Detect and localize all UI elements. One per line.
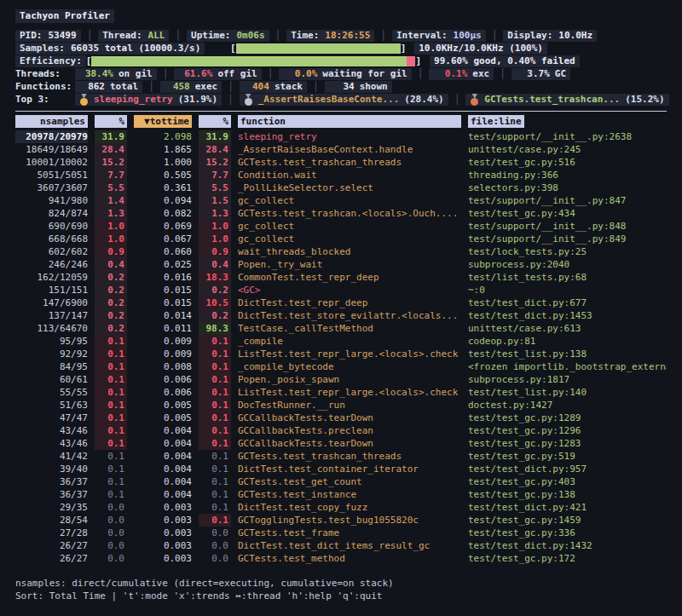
- cell-tottime: 0.005: [134, 412, 192, 424]
- threads-row: Threads:38.4%on gil│61.6%off gil│0.0%wai…: [15, 67, 667, 80]
- cell-nsamples: 668/668: [15, 233, 88, 245]
- samples-gauge: [236, 43, 401, 54]
- cell-cumulative-percent: 0.1: [199, 514, 231, 527]
- efficiency-label: Efficiency:: [15, 55, 86, 67]
- cell-file-line: test/test_gc.py:519: [468, 450, 667, 463]
- top3-share: (28.4%): [404, 93, 443, 106]
- cell-function: sleeping_retry: [238, 130, 461, 143]
- column-header-function[interactable]: function: [238, 115, 461, 128]
- table-row[interactable]: 151/1510.20.0150.2<GC>~:0: [15, 284, 667, 296]
- table-row[interactable]: 147/69000.20.01510.5DictTest.test_repr_d…: [15, 296, 667, 309]
- table-row[interactable]: 3607/36075.50.3615.5_PollLikeSelector.se…: [15, 181, 667, 194]
- functions-row: Functions:862total│458exec│404stack│34sh…: [15, 80, 667, 93]
- column-header-col[interactable]: %: [199, 115, 231, 128]
- table-row[interactable]: 824/8741.30.0821.3GCTests.test_trashcan.…: [15, 207, 667, 220]
- cell-nsamples: 92/92: [15, 348, 88, 360]
- cell-direct-percent: 0.1: [95, 386, 127, 399]
- samples-gauge-bracket-open: [: [230, 42, 236, 55]
- functions-label: Functions:: [15, 80, 75, 93]
- table-row[interactable]: 602/6020.90.0600.9wait_threads_blockedte…: [15, 245, 667, 258]
- table-row[interactable]: 95/950.10.0090.1_compilecodeop.py:81: [15, 335, 667, 348]
- cell-file-line: doctest.py:1427: [468, 399, 667, 412]
- separator-bar: │: [500, 67, 506, 80]
- cell-direct-percent: 0.1: [95, 488, 127, 501]
- table-row[interactable]: 43/460.10.0040.1GCCallbackTests.preclean…: [15, 424, 667, 437]
- table-row[interactable]: 162/120590.20.01618.3CommonTest.test_rep…: [15, 271, 667, 284]
- cell-cumulative-percent: 0.1: [199, 412, 231, 424]
- cell-cumulative-percent: 0.1: [199, 450, 231, 463]
- table-row[interactable]: 246/2460.40.0250.4Popen._try_waitsubproc…: [15, 258, 667, 271]
- table-body: 20978/2097931.92.09831.9sleeping_retryte…: [15, 130, 667, 565]
- table-row[interactable]: 47/470.10.0050.1GCCallbackTests.tearDown…: [15, 412, 667, 424]
- separator-bar: │: [268, 67, 274, 80]
- table-row[interactable]: 668/6681.00.0671.0gc_collecttest/support…: [15, 233, 667, 245]
- table-row[interactable]: 137/1470.20.0140.2DictTest.test_store_ev…: [15, 309, 667, 322]
- cell-nsamples: 690/690: [15, 220, 88, 233]
- table-row[interactable]: 55/550.10.0060.1ListTest.test_repr_large…: [15, 386, 667, 399]
- column-header-nsamples[interactable]: nsamples: [15, 115, 88, 128]
- table-row[interactable]: 28/540.00.0030.1GCTogglingTests.test_bug…: [15, 514, 667, 527]
- status-uptime: Uptime:0m06s: [187, 30, 269, 42]
- cell-nsamples: 246/246: [15, 258, 88, 271]
- table-row[interactable]: 941/9801.40.0941.5gc_collecttest/support…: [15, 194, 667, 207]
- status-label: Interval:: [396, 29, 448, 42]
- table-row[interactable]: 10001/1000215.21.00015.2GCTests.test_tra…: [15, 156, 667, 169]
- cell-tottime: 0.069: [134, 220, 192, 233]
- table-row[interactable]: 20978/2097931.92.09831.9sleeping_retryte…: [15, 130, 667, 143]
- cell-nsamples: 39/40: [15, 463, 88, 475]
- table-row[interactable]: 26/270.00.0030.0DictTest.test_dict_items…: [15, 539, 667, 552]
- column-header-file-line[interactable]: file:line: [468, 115, 667, 128]
- table-row[interactable]: 690/6901.00.0691.0gc_collecttest/support…: [15, 220, 667, 233]
- separator-bar: │: [313, 80, 319, 93]
- separator-bar: │: [148, 80, 154, 93]
- cell-file-line: test/test_gc.py:1459: [468, 514, 667, 527]
- table-row[interactable]: 113/646700.20.01198.3TestCase._callTestM…: [15, 322, 667, 335]
- silver-medal-icon: [244, 94, 253, 106]
- table-row[interactable]: 36/370.10.0040.1GCTests.test_get_countte…: [15, 475, 667, 488]
- table-row[interactable]: 39/400.10.0040.1DictTest.test_container_…: [15, 463, 667, 475]
- status-pid: PID:53499: [15, 30, 81, 42]
- cell-cumulative-percent: 0.1: [199, 360, 231, 373]
- threads-stat-text: exc: [472, 67, 489, 80]
- table-row[interactable]: 92/920.10.0090.1ListTest.test_repr_large…: [15, 348, 667, 360]
- cell-function: Condition.wait: [238, 169, 461, 181]
- footer: nsamples: direct/cumulative (direct=exec…: [15, 577, 667, 602]
- table-row[interactable]: 36/370.10.0040.1GCTests.test_instancetes…: [15, 488, 667, 501]
- cell-nsamples: 28/54: [15, 514, 88, 527]
- cell-file-line: <frozen importlib._bootstrap_external: [468, 360, 667, 373]
- functions-stat-shown: 34shown: [325, 81, 392, 93]
- table-row[interactable]: 84/950.10.0080.1_compile_bytecode<frozen…: [15, 360, 667, 373]
- table-row[interactable]: 60/610.10.0060.1Popen._posix_spawnsubpro…: [15, 373, 667, 386]
- column-header-chip: file:line: [468, 115, 524, 128]
- samples-gauge-fill: [236, 43, 401, 54]
- cell-function: DictTest.test_copy_fuzz: [238, 501, 461, 514]
- cell-tottime: 0.004: [134, 450, 192, 463]
- cell-file-line: test/test_gc.py:172: [468, 552, 667, 565]
- cell-tottime: 0.006: [134, 386, 192, 399]
- cell-cumulative-percent: 28.4: [199, 143, 231, 156]
- cell-tottime: 0.003: [134, 527, 192, 539]
- functions-stat-text: total: [110, 80, 138, 93]
- table-row[interactable]: 41/420.10.0040.1GCTests.test_trashcan_th…: [15, 450, 667, 463]
- cell-direct-percent: 0.1: [95, 424, 127, 437]
- table-row[interactable]: 51/630.10.0050.1DocTestRunner.__rundocte…: [15, 399, 667, 412]
- table-row[interactable]: 18649/1864928.41.86528.4_AssertRaisesBas…: [15, 143, 667, 156]
- table-row[interactable]: 43/460.10.0040.1GCCallbackTests.tearDown…: [15, 437, 667, 450]
- column-header-col[interactable]: %: [95, 115, 127, 128]
- status-label: Uptime:: [191, 29, 230, 42]
- efficiency-text: 99.60% good, 0.40% failed: [430, 55, 580, 67]
- table-row[interactable]: 27/280.00.0030.0GCTests.test_frametest/t…: [15, 527, 667, 539]
- column-header-tottime[interactable]: ▼tottime: [134, 115, 192, 128]
- cell-file-line: test/test_list.py:140: [468, 386, 667, 399]
- cell-function: DocTestRunner.__run: [238, 399, 461, 412]
- cell-function: GCTests.test_trashcan.<locals>.Ouch....: [238, 207, 461, 220]
- table-row[interactable]: 26/270.00.0030.0GCTests.test_methodtest/…: [15, 552, 667, 565]
- bronze-medal-icon: [470, 94, 479, 106]
- threads-stat-off-gil: 61.6%off gil: [174, 68, 261, 80]
- cell-file-line: test/test_dict.py:1432: [468, 539, 667, 552]
- cell-direct-percent: 5.5: [95, 181, 127, 194]
- cell-file-line: test/test_gc.py:336: [468, 527, 667, 539]
- cell-tottime: 0.015: [134, 296, 192, 309]
- table-row[interactable]: 5051/50517.70.5057.7Condition.waitthread…: [15, 169, 667, 181]
- table-row[interactable]: 29/350.00.0030.1DictTest.test_copy_fuzzt…: [15, 501, 667, 514]
